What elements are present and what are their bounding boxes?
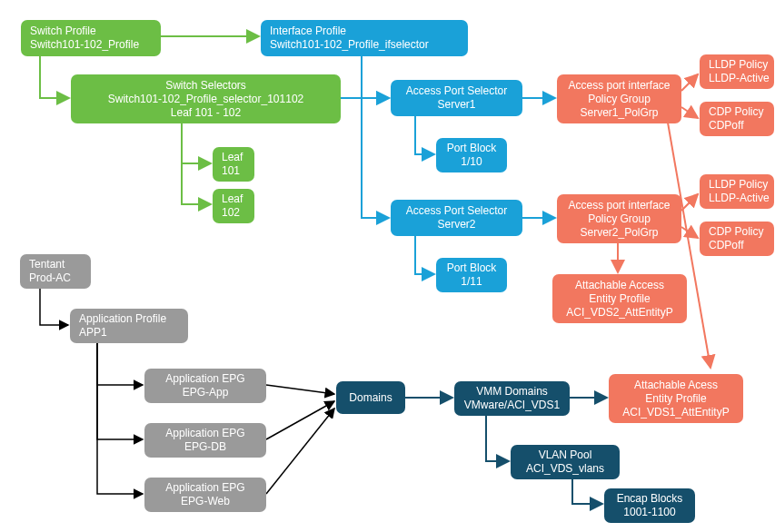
text-line: Policy Group (588, 212, 651, 226)
node-lldp-2: LLDP Policy LLDP-Active (700, 174, 774, 209)
text-line: Switch101-102_Profile_selector_101102 (108, 93, 303, 106)
node-app-profile: Application Profile APP1 (70, 309, 188, 343)
text-line: Encap Blocks (617, 492, 683, 506)
node-interface-profile: Interface Profile Switch101-102_Profile_… (261, 20, 468, 56)
text-line: Interface Profile (270, 25, 346, 38)
text-line: CDP Policy (709, 225, 763, 239)
node-tenant: Tentant Prod-AC (20, 254, 91, 289)
text-line: LLDP-Active (709, 72, 770, 85)
text-line: ACI_VDS_vlans (526, 462, 604, 476)
text-line: Entity Profile (589, 292, 650, 306)
node-aep-2: Attachable Access Entity Profile ACI_VDS… (552, 274, 687, 323)
text-line: LLDP-Active (709, 192, 770, 205)
text-line: VMM Domains (476, 385, 548, 399)
node-cdp-2: CDP Policy CDPoff (700, 222, 774, 256)
text-line: Attachable Acess (634, 379, 718, 392)
node-port-block-1-11: Port Block 1/11 (436, 258, 507, 292)
text-line: Access Port Selector (406, 84, 507, 98)
node-port-block-1-10: Port Block 1/10 (436, 138, 507, 172)
text-line: Leaf (222, 151, 243, 164)
text-line: Port Block (447, 261, 497, 275)
node-domains: Domains (336, 381, 405, 414)
node-epg-web: Application EPG EPG-Web (144, 478, 266, 512)
text-line: APP1 (79, 326, 107, 340)
text-line: Entity Profile (645, 392, 706, 406)
text-line: LLDP Policy (709, 178, 768, 192)
text-line: Server1_PolGrp (580, 106, 658, 120)
text-line: Policy Group (588, 93, 651, 106)
text-line: VMware/ACI_VDS1 (464, 399, 560, 412)
text-line: Domains (349, 391, 392, 405)
text-line: Server2_PolGrp (580, 226, 658, 240)
diagram-canvas: Switch Profile Switch101-102_Profile Swi… (0, 0, 775, 532)
node-switch-selectors: Switch Selectors Switch101-102_Profile_s… (71, 74, 341, 123)
node-policy-group-1: Access port interface Policy Group Serve… (557, 74, 681, 123)
text-line: ACI_VDS2_AttEntityP (566, 306, 672, 320)
text-line: LLDP Policy (709, 58, 768, 72)
node-aps-server2: Access Port Selector Server2 (391, 200, 522, 236)
text-line: Application EPG (165, 427, 244, 440)
text-line: 101 (222, 164, 240, 178)
text-line: Switch Selectors (165, 79, 246, 93)
text-line: Leaf (222, 192, 243, 206)
node-lldp-1: LLDP Policy LLDP-Active (700, 54, 774, 89)
text-line: Access port interface (568, 199, 670, 212)
text-line: CDP Policy (709, 105, 763, 119)
text-line: Access port interface (568, 79, 670, 93)
node-epg-app: Application EPG EPG-App (144, 369, 266, 403)
node-cdp-1: CDP Policy CDPoff (700, 102, 774, 136)
node-aps-server1: Access Port Selector Server1 (391, 80, 522, 116)
node-aep-1: Attachable Acess Entity Profile ACI_VDS1… (609, 374, 743, 423)
text-line: CDPoff (709, 239, 743, 252)
node-policy-group-2: Access port interface Policy Group Serve… (557, 194, 681, 243)
text-line: Switch Profile (30, 25, 96, 38)
text-line: Access Port Selector (406, 204, 507, 218)
text-line: CDPoff (709, 119, 743, 133)
text-line: EPG-DB (184, 440, 226, 454)
node-epg-db: Application EPG EPG-DB (144, 423, 266, 458)
text-line: Attachable Access (575, 279, 664, 292)
node-leaf-102: Leaf 102 (213, 189, 254, 223)
text-line: Switch101-102_Profile_ifselector (270, 38, 429, 52)
node-vlan-pool: VLAN Pool ACI_VDS_vlans (511, 445, 620, 479)
text-line: Leaf 101 - 102 (171, 106, 241, 120)
text-line: Server1 (437, 98, 475, 112)
text-line: 1/10 (461, 155, 482, 169)
text-line: Switch101-102_Profile (30, 38, 139, 52)
text-line: EPG-Web (181, 495, 230, 508)
text-line: Prod-AC (29, 271, 71, 285)
node-vmm-domains: VMM Domains VMware/ACI_VDS1 (454, 381, 570, 416)
text-line: 102 (222, 206, 240, 220)
text-line: Server2 (437, 218, 475, 232)
text-line: Application EPG (165, 481, 244, 495)
text-line: 1/11 (461, 275, 482, 289)
text-line: Application EPG (165, 372, 244, 386)
node-switch-profile: Switch Profile Switch101-102_Profile (21, 20, 161, 56)
text-line: VLAN Pool (539, 448, 592, 462)
node-leaf-101: Leaf 101 (213, 147, 254, 182)
text-line: 1001-1100 (623, 506, 675, 519)
node-encap-blocks: Encap Blocks 1001-1100 (604, 488, 695, 523)
text-line: Application Profile (79, 312, 166, 326)
text-line: Tentant (29, 258, 65, 271)
text-line: ACI_VDS1_AttEntityP (622, 406, 729, 419)
text-line: EPG-App (183, 386, 229, 399)
text-line: Port Block (447, 142, 497, 155)
